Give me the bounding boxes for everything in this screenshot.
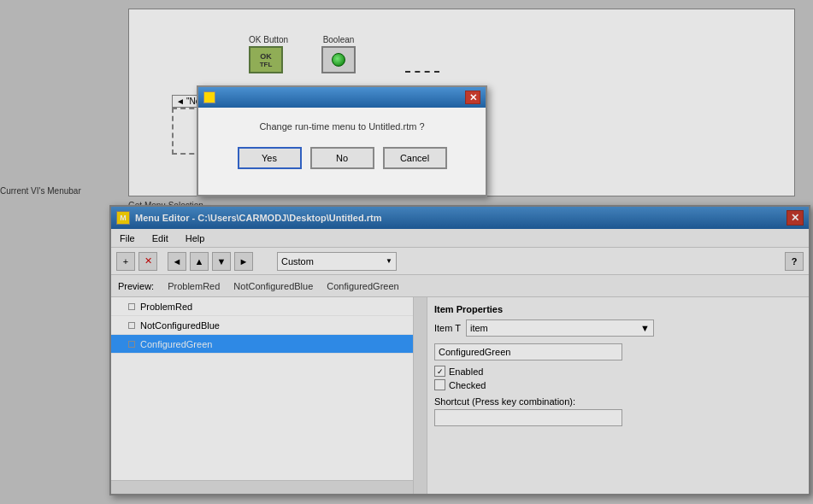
- dialog-message: Change run-time menu to Untitled.rtm ?: [215, 121, 468, 132]
- dialog-close-button[interactable]: ✕: [465, 91, 480, 104]
- dialog-body: Change run-time menu to Untitled.rtm ? Y…: [198, 108, 486, 178]
- dialog-icon: [203, 91, 215, 103]
- dialog-no-button[interactable]: No: [310, 147, 374, 169]
- dialog-yes-button[interactable]: Yes: [238, 147, 302, 169]
- dialog-buttons: Yes No Cancel: [215, 147, 468, 169]
- dialog-overlay: ✕ Change run-time menu to Untitled.rtm ?…: [0, 0, 813, 504]
- dialog-cancel-button[interactable]: Cancel: [383, 147, 447, 169]
- dialog-title-bar: ✕: [198, 87, 486, 108]
- change-dialog: ✕ Change run-time menu to Untitled.rtm ?…: [197, 85, 487, 196]
